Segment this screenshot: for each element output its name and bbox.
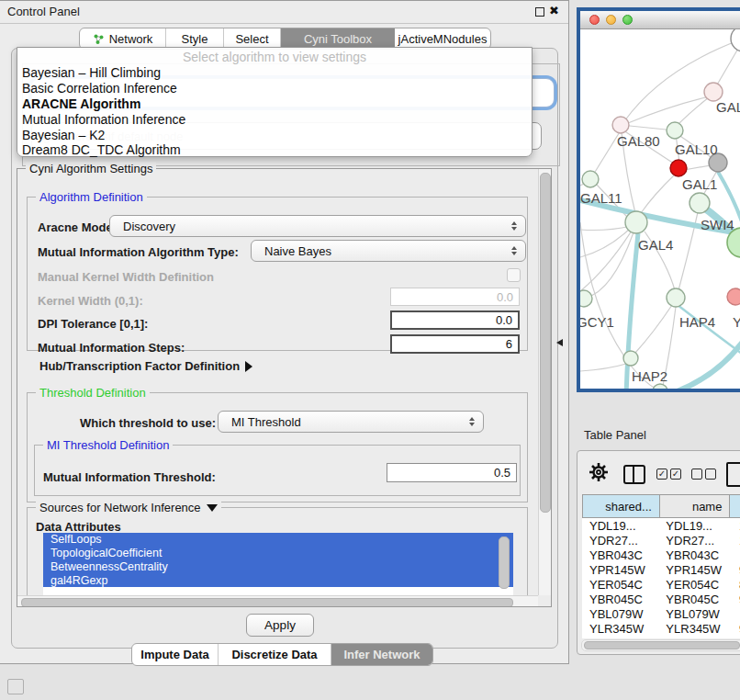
table-row[interactable]: YBL079WYBL079W (582, 606, 740, 621)
minimized-panel-icon[interactable] (7, 679, 24, 694)
tab-network[interactable]: Network (80, 28, 166, 49)
vertical-scrollbar[interactable] (538, 169, 552, 595)
table-horizontal-scrollbar[interactable] (581, 639, 740, 651)
attribute-item[interactable]: TopologicalCoefficient (43, 547, 513, 560)
node-gal10[interactable] (667, 122, 683, 139)
node-gal1-red[interactable] (670, 160, 687, 176)
table-row[interactable]: YDR27...YDR27...12 (582, 533, 740, 548)
dropdown-item[interactable]: Bayesian – K2 (22, 128, 105, 142)
node-hap2[interactable] (623, 351, 638, 366)
column-header-name[interactable]: name (659, 495, 730, 518)
sources-group-header[interactable]: Sources for Network Inference (36, 501, 221, 514)
data-attributes-list[interactable]: SelfLoops TopologicalCoefficient Between… (43, 533, 513, 595)
dropdown-item[interactable]: Basic Correlation Inference (22, 81, 177, 96)
node-gal4[interactable] (625, 211, 647, 233)
kernel-width-field[interactable]: 0.0 (390, 288, 520, 306)
node-gal11[interactable] (582, 171, 599, 187)
tab-infer-network[interactable]: Infer Network (331, 644, 432, 665)
node-pink-top[interactable] (704, 83, 723, 101)
table-row[interactable]: YDL19...YDL19...13 (582, 518, 740, 533)
mi-type-combobox[interactable]: Naive Bayes (251, 240, 526, 262)
list-scrollbar-thumb[interactable] (499, 536, 510, 589)
table-row[interactable]: YIL052CYIL052C9 (582, 636, 740, 638)
column-header-shared[interactable]: shared... (583, 495, 660, 518)
table-row[interactable]: YLR345WYLR345W9. (582, 621, 740, 636)
network-canvas[interactable]: GAL GAL80 GAL10 GAL1 GAL11 SWI4 GAL4 GCY… (580, 29, 740, 392)
tab-impute-data[interactable]: Impute Data (132, 644, 219, 665)
node-salmon[interactable] (727, 288, 740, 305)
cell: 9 (732, 636, 740, 638)
split-columns-icon[interactable] (623, 465, 645, 484)
attribute-item[interactable]: BetweennessCentrality (43, 560, 513, 574)
node-gcy1[interactable] (580, 290, 592, 307)
node-label: GAL1 (682, 176, 717, 192)
tab-discretize-data[interactable]: Discretize Data (219, 644, 331, 665)
tab-jactivemnodules-label: jActiveMNodules (398, 32, 488, 46)
node-hap4[interactable] (667, 288, 685, 307)
checked-checkbox-icon[interactable]: ✓ (670, 469, 681, 480)
cell: YER054C (658, 577, 732, 592)
hub-definition-expander[interactable]: Hub/Transcription Factor Definition (36, 359, 256, 373)
cell: YPR145W (658, 562, 732, 577)
table-row[interactable]: YER054CYER054C8. (582, 577, 740, 592)
aracne-mode-combobox[interactable]: Discovery (109, 215, 526, 237)
mi-type-label: Mutual Information Algorithm Type: (38, 245, 239, 259)
column-header-partial[interactable] (730, 495, 740, 518)
attribute-item[interactable]: SelfLoops (43, 533, 513, 547)
close-traffic-light[interactable] (589, 15, 600, 25)
table-row[interactable]: YPR145WYPR145W9. (582, 562, 740, 577)
sources-group-title: Sources for Network Inference (39, 501, 201, 514)
apply-button[interactable]: Apply (246, 614, 314, 637)
which-threshold-combobox[interactable]: MI Threshold (218, 411, 484, 433)
node-label: GAL10 (675, 141, 718, 157)
dropdown-item-selected[interactable]: ARACNE Algorithm (22, 96, 140, 111)
cell: 9. (732, 562, 740, 577)
unchecked-checkbox-icon[interactable] (691, 469, 702, 480)
float-panel-icon[interactable] (535, 7, 544, 17)
attribute-item[interactable]: gal4RGexp (43, 573, 513, 587)
tab-style-label: Style (182, 32, 208, 46)
dropdown-item[interactable]: Dream8 DC_TDC Algorithm (22, 142, 181, 157)
horizontal-scrollbar-thumb[interactable] (21, 598, 513, 607)
table-row[interactable]: YBR045CYBR045C9. (582, 592, 740, 606)
mi-threshold-group-title: MI Threshold Definition (43, 438, 173, 452)
node-bottom-partial[interactable] (653, 384, 667, 392)
table-scrollbar-thumb[interactable] (584, 641, 740, 649)
dropdown-item[interactable]: Mutual Information Inference (22, 112, 185, 127)
cell: 9. (732, 592, 740, 606)
tab-infer-network-label: Infer Network (343, 648, 420, 661)
tab-style[interactable]: Style (166, 28, 224, 49)
node-swi4[interactable] (690, 193, 710, 213)
manual-kernel-checkbox[interactable] (507, 268, 521, 282)
close-panel-icon[interactable]: ✖ (549, 4, 559, 17)
unchecked-checkbox-icon[interactable] (705, 469, 716, 480)
mi-threshold-field[interactable]: 0.5 (387, 463, 517, 482)
tab-network-label: Network (109, 32, 153, 46)
which-threshold-label: Which threshold to use: (80, 416, 216, 430)
minimize-traffic-light[interactable] (606, 15, 616, 25)
data-attributes-label: Data Attributes (36, 520, 121, 534)
horizontal-scrollbar[interactable] (17, 595, 538, 607)
table-row[interactable]: YBR043CYBR043C (582, 548, 740, 562)
document-icon[interactable] (726, 462, 740, 487)
tab-select[interactable]: Select (224, 28, 281, 49)
mi-steps-field[interactable]: 6 (390, 334, 520, 354)
node-gal80[interactable] (612, 117, 629, 133)
dropdown-item[interactable]: Bayesian – Hill Climbing (22, 65, 161, 80)
network-node-labels: GAL GAL80 GAL10 GAL1 GAL11 SWI4 GAL4 GCY… (580, 99, 740, 384)
vertical-scrollbar-thumb[interactable] (540, 173, 551, 513)
node-top-partial[interactable] (731, 29, 740, 51)
gear-icon[interactable] (589, 462, 609, 482)
tab-cyni-toolbox[interactable]: Cyni Toolbox (281, 28, 395, 49)
node-label: GAL (716, 99, 740, 115)
expander-right-icon (245, 361, 252, 372)
spinner-arrows-icon (511, 246, 517, 255)
control-panel-window: Control Panel ✖ Network Style Select Cyn… (0, 0, 569, 664)
checked-checkbox-icon[interactable]: ✓ (656, 469, 667, 480)
network-view-window: GAL GAL80 GAL10 GAL1 GAL11 SWI4 GAL4 GCY… (577, 7, 740, 392)
dpi-tolerance-field[interactable]: 0.0 (390, 310, 520, 330)
tab-jactivemnodules[interactable]: jActiveMNodules (395, 28, 490, 49)
network-window-titlebar[interactable] (580, 11, 740, 29)
node-label: HAP4 (679, 314, 715, 330)
zoom-traffic-light[interactable] (622, 15, 633, 25)
